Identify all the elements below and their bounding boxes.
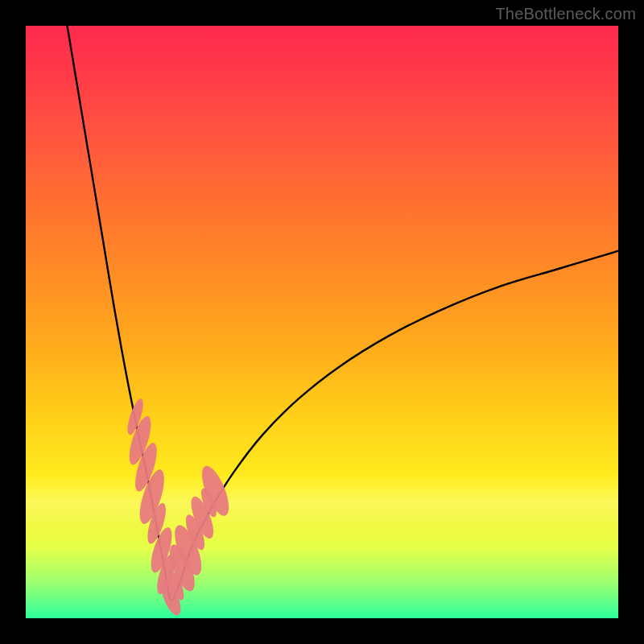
marker-layer [125, 397, 234, 617]
watermark-text: TheBottleneck.com [495, 5, 636, 23]
chart-svg [26, 26, 618, 618]
chart-frame [26, 26, 618, 618]
